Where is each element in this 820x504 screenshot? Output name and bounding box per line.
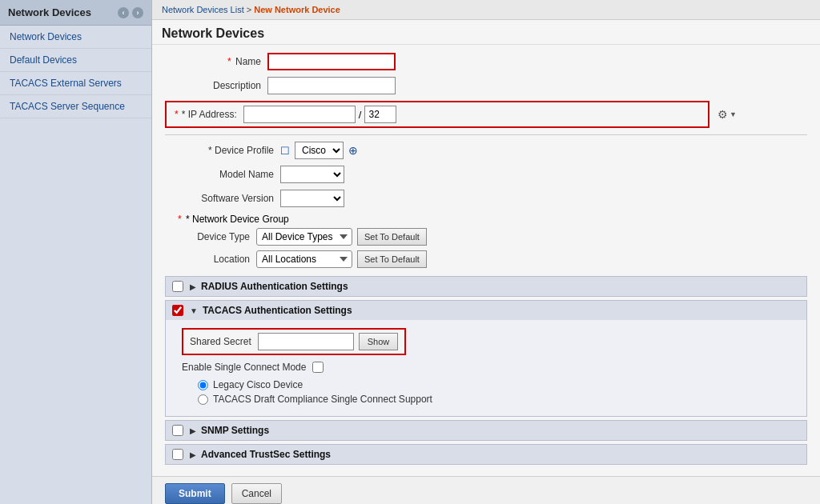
radio-tacacs-label: TACACS Draft Compliance Single Connect S… (213, 394, 432, 405)
ip-slash: / (359, 109, 362, 121)
model-name-row: Model Name (178, 166, 807, 183)
advanced-section-title: Advanced TrustSec Settings (201, 449, 331, 460)
software-version-label: Software Version (178, 193, 274, 204)
cisco-icon: ☐ (280, 145, 290, 157)
software-version-row: Software Version (178, 190, 807, 207)
gear-button[interactable]: ⚙ ▼ (718, 108, 737, 121)
breadcrumb-current: New Network Device (254, 5, 340, 14)
advanced-section-header[interactable]: ▶ Advanced TrustSec Settings (165, 444, 807, 465)
tacacs-section-header[interactable]: ▼ TACACS Authentication Settings (165, 300, 807, 320)
name-label: * Name (165, 56, 261, 67)
radio-tacacs[interactable] (198, 394, 208, 405)
software-version-select[interactable] (280, 190, 344, 207)
device-type-select[interactable]: All Device Types (256, 228, 352, 246)
location-row: Location All Locations Set To Default (178, 250, 807, 268)
software-version-label-text: Software Version (201, 193, 274, 204)
radius-section-title: RADIUS Authentication Settings (201, 281, 348, 292)
location-set-default-button[interactable]: Set To Default (357, 250, 427, 268)
snmp-arrow-icon: ▶ (190, 426, 196, 435)
device-type-label-text: Device Type (197, 231, 250, 242)
sidebar: Network Devices ‹ › Network Devices Defa… (0, 0, 152, 504)
tacacs-arrow-icon: ▼ (190, 306, 198, 315)
page-title: Network Devices (152, 20, 820, 45)
show-button[interactable]: Show (359, 333, 399, 350)
radio-legacy[interactable] (198, 380, 208, 390)
snmp-section-title: SNMP Settings (201, 425, 269, 436)
form-area: * Name Description * * IP Address: / ⚙ (152, 45, 820, 476)
location-label-text: Location (214, 254, 250, 265)
device-profile-label: * Device Profile (178, 145, 274, 156)
device-type-label: Device Type (178, 231, 250, 242)
model-name-label-text: Model Name (219, 169, 274, 180)
radio-legacy-row: Legacy Cisco Device (198, 379, 790, 390)
device-type-row: Device Type All Device Types Set To Defa… (178, 228, 807, 246)
sidebar-item-tacacs-sequence[interactable]: TACACS Server Sequence (0, 95, 151, 118)
ndg-required-star: * (178, 214, 184, 225)
description-label-text: Description (213, 80, 261, 91)
sidebar-item-tacacs-external[interactable]: TACACS External Servers (0, 72, 151, 95)
device-profile-label-text: * Device Profile (208, 145, 274, 156)
tacacs-section-content: Shared Secret Show Enable Single Connect… (165, 320, 807, 417)
radius-arrow-icon: ▶ (190, 282, 196, 291)
breadcrumb-list-link[interactable]: Network Devices List (162, 5, 244, 14)
model-name-label: Model Name (178, 169, 274, 180)
tacacs-section-title: TACACS Authentication Settings (203, 305, 352, 316)
ip-cidr-input[interactable] (364, 106, 396, 123)
location-select-wrap: All Locations Set To Default (256, 250, 427, 268)
breadcrumb: Network Devices List > New Network Devic… (152, 0, 820, 20)
radius-checkbox[interactable] (172, 281, 183, 292)
ip-address-row: * * IP Address: / ⚙ ▼ (165, 101, 807, 128)
add-profile-icon[interactable]: ⊕ (348, 144, 358, 157)
sidebar-header: Network Devices ‹ › (0, 0, 151, 26)
shared-secret-label: Shared Secret (190, 336, 251, 347)
device-type-set-default-button[interactable]: Set To Default (357, 228, 427, 246)
name-required-star: * (227, 56, 231, 67)
enable-single-connect-label: Enable Single Connect Mode (182, 362, 306, 373)
ndg-label: * Network Device Group (186, 214, 289, 225)
sidebar-icon-right[interactable]: › (132, 7, 143, 18)
name-row: * Name (165, 53, 807, 70)
radius-section: ▶ RADIUS Authentication Settings (165, 276, 807, 297)
location-label: Location (178, 254, 250, 265)
radio-legacy-label: Legacy Cisco Device (213, 379, 303, 390)
enable-single-connect-checkbox[interactable] (312, 362, 324, 373)
snmp-section-header[interactable]: ▶ SNMP Settings (165, 420, 807, 441)
name-input[interactable] (267, 53, 396, 70)
location-select[interactable]: All Locations (256, 250, 352, 268)
sidebar-header-icons: ‹ › (118, 7, 143, 18)
tacacs-section: ▼ TACACS Authentication Settings Shared … (165, 300, 807, 417)
sidebar-item-default-devices[interactable]: Default Devices (0, 49, 151, 72)
shared-secret-input[interactable] (258, 333, 354, 350)
tacacs-checkbox[interactable] (172, 305, 183, 316)
sidebar-icon-left[interactable]: ‹ (118, 7, 129, 18)
device-profile-row: * Device Profile ☐ Cisco ⊕ (178, 142, 807, 159)
model-name-select[interactable] (280, 166, 344, 183)
snmp-checkbox[interactable] (172, 425, 183, 436)
radio-tacacs-row: TACACS Draft Compliance Single Connect S… (198, 394, 790, 405)
device-profile-select[interactable]: Cisco (295, 142, 344, 159)
advanced-checkbox[interactable] (172, 449, 183, 460)
profile-select-wrap: ☐ Cisco ⊕ (280, 142, 358, 159)
ip-address-input[interactable] (243, 106, 356, 123)
device-type-select-wrap: All Device Types Set To Default (256, 228, 427, 246)
ndg-section: * * Network Device Group (178, 214, 807, 225)
submit-button[interactable]: Submit (165, 483, 225, 504)
radius-section-header[interactable]: ▶ RADIUS Authentication Settings (165, 276, 807, 297)
cancel-button[interactable]: Cancel (231, 483, 282, 504)
main-content: Network Devices List > New Network Devic… (152, 0, 820, 504)
advanced-section: ▶ Advanced TrustSec Settings (165, 444, 807, 465)
sidebar-item-network-devices[interactable]: Network Devices (0, 26, 151, 49)
gear-dropdown-arrow: ▼ (730, 110, 737, 118)
breadcrumb-separator: > (247, 5, 254, 14)
sidebar-title: Network Devices (8, 6, 91, 18)
description-input[interactable] (267, 77, 396, 94)
name-label-text: Name (235, 56, 261, 67)
advanced-arrow-icon: ▶ (190, 450, 196, 459)
description-label: Description (165, 80, 261, 91)
shared-secret-container: Shared Secret Show (182, 328, 790, 355)
ip-required-star: * (175, 109, 179, 120)
radio-group: Legacy Cisco Device TACACS Draft Complia… (198, 379, 790, 405)
snmp-section: ▶ SNMP Settings (165, 420, 807, 441)
ip-label: * IP Address: (182, 109, 237, 120)
divider-1 (165, 134, 807, 135)
